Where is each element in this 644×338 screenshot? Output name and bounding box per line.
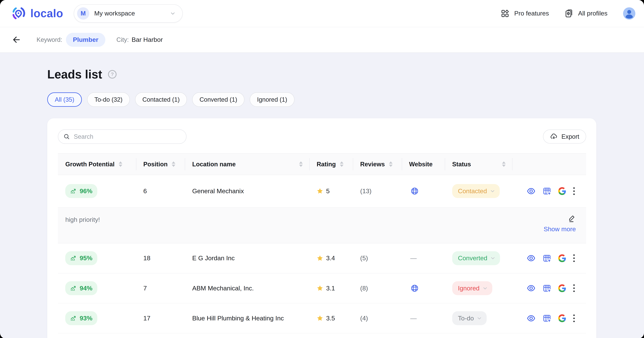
table-row: 95% 18 E G Jordan Inc 3.4 (5) — Converte… (58, 243, 586, 273)
status-chip[interactable]: Ignored (452, 281, 492, 295)
star-icon (317, 188, 323, 194)
col-location-name[interactable]: Location name (185, 153, 309, 175)
chevron-down-icon (482, 285, 488, 291)
city-value: Bar Harbor (132, 36, 163, 43)
status-chip[interactable]: Converted (452, 251, 500, 265)
position-cell: 6 (136, 175, 185, 207)
tab-ignored[interactable]: Ignored (1) (250, 92, 294, 107)
kebab-menu-icon[interactable] (573, 254, 575, 262)
localo-logo-icon (10, 5, 27, 22)
table-add-icon[interactable] (542, 284, 551, 292)
table-row: 93% 17 Blue Hill Plumbing & Heating Inc … (58, 303, 586, 333)
tab-contacted[interactable]: Contacted (1) (135, 92, 187, 107)
col-actions (512, 153, 586, 175)
trend-up-icon (70, 285, 76, 291)
row-actions (512, 303, 586, 333)
location-name-cell: ABM Mechanical, Inc. (185, 273, 309, 303)
position-cell: 18 (136, 243, 185, 273)
help-circle-icon[interactable]: ? (108, 70, 117, 79)
position-cell: 17 (136, 303, 185, 333)
user-avatar[interactable] (623, 7, 636, 20)
eye-icon[interactable] (526, 187, 536, 196)
row-actions (512, 175, 586, 207)
sort-arrows-icon (119, 161, 122, 167)
tab-todo[interactable]: To-do (32) (87, 92, 130, 107)
all-profiles-pin-icon (564, 9, 573, 18)
trend-up-icon (70, 315, 76, 321)
col-reviews[interactable]: Reviews (353, 153, 402, 175)
table-add-icon[interactable] (542, 314, 551, 322)
search-icon (63, 133, 70, 140)
globe-icon[interactable] (410, 284, 419, 292)
status-filter-tabs: All (35) To-do (32) Contacted (1) Conver… (47, 92, 644, 107)
tab-all[interactable]: All (35) (47, 92, 82, 107)
reviews-cell: (8) (353, 273, 402, 303)
growth-badge: 93% (65, 311, 97, 325)
keyword-label: Keyword: (36, 36, 62, 43)
export-button[interactable]: Export (543, 130, 586, 143)
rating-cell: 3.1 (309, 273, 353, 303)
growth-badge: 95% (65, 251, 97, 265)
trend-up-icon (70, 188, 76, 194)
reviews-cell: (5) (353, 243, 402, 273)
location-name-cell: E G Jordan Inc (185, 243, 309, 273)
workspace-selector[interactable]: M My workspace (74, 4, 183, 23)
position-cell: 7 (136, 273, 185, 303)
google-g-icon[interactable] (558, 284, 566, 292)
table-row: 94% 7 ABM Mechanical, Inc. 3.1 (8) Ignor… (58, 273, 586, 303)
sort-arrows-icon (389, 161, 392, 167)
google-g-icon[interactable] (558, 254, 566, 262)
location-name-cell: Blue Hill Plumbing & Heating Inc (185, 303, 309, 333)
top-bar: localo M My workspace Pro features (0, 0, 644, 27)
workspace-label: My workspace (94, 10, 170, 17)
sort-arrows-icon (502, 161, 506, 167)
chevron-down-icon (490, 255, 496, 261)
keyword-value-chip[interactable]: Plumber (66, 33, 105, 47)
chevron-down-icon (170, 10, 176, 17)
nav-all-profiles[interactable]: All profiles (564, 9, 608, 18)
eye-icon[interactable] (526, 314, 536, 323)
pro-features-grid-icon (501, 9, 509, 18)
cloud-download-icon (550, 133, 558, 140)
show-more-link[interactable]: Show more (544, 226, 576, 233)
kebab-menu-icon[interactable] (573, 187, 575, 195)
localo-logo[interactable]: localo (10, 5, 63, 22)
tab-converted[interactable]: Converted (1) (192, 92, 244, 107)
no-website-dash: — (410, 315, 417, 322)
growth-badge: 96% (65, 184, 97, 198)
kebab-menu-icon[interactable] (573, 314, 575, 322)
leads-table: Growth Potential Position Location name … (47, 153, 596, 333)
eye-icon[interactable] (526, 254, 536, 263)
row-actions (512, 243, 586, 273)
export-label: Export (562, 133, 579, 140)
col-growth-potential[interactable]: Growth Potential (58, 153, 136, 175)
sort-arrows-icon (299, 161, 303, 167)
sort-arrows-icon (340, 161, 344, 167)
nav-pro-features[interactable]: Pro features (501, 9, 549, 18)
col-rating[interactable]: Rating (309, 153, 353, 175)
col-status[interactable]: Status (445, 153, 512, 175)
top-nav: Pro features All profiles (501, 7, 636, 20)
pencil-edit-icon[interactable] (568, 214, 576, 223)
table-add-icon[interactable] (542, 254, 551, 262)
google-g-icon[interactable] (558, 314, 566, 322)
eye-icon[interactable] (526, 284, 536, 293)
back-arrow-icon[interactable] (12, 35, 21, 45)
col-position[interactable]: Position (136, 153, 185, 175)
page-title: Leads list (47, 67, 102, 81)
status-chip[interactable]: To-do (452, 311, 487, 325)
status-chip[interactable]: Contacted (452, 184, 500, 198)
brand-wordmark: localo (30, 7, 63, 20)
growth-badge: 94% (65, 281, 97, 295)
chevron-down-icon (490, 188, 496, 194)
globe-icon[interactable] (410, 187, 419, 195)
search-input[interactable] (74, 133, 181, 140)
kebab-menu-icon[interactable] (573, 284, 575, 292)
workspace-avatar: M (77, 7, 90, 20)
table-add-icon[interactable] (542, 187, 551, 195)
google-g-icon[interactable] (558, 187, 566, 195)
note-text: high priority! (65, 214, 100, 238)
rating-cell: 3.5 (309, 303, 353, 333)
context-bar: Keyword: Plumber City: Bar Harbor (0, 27, 644, 53)
chevron-down-icon (476, 315, 482, 321)
